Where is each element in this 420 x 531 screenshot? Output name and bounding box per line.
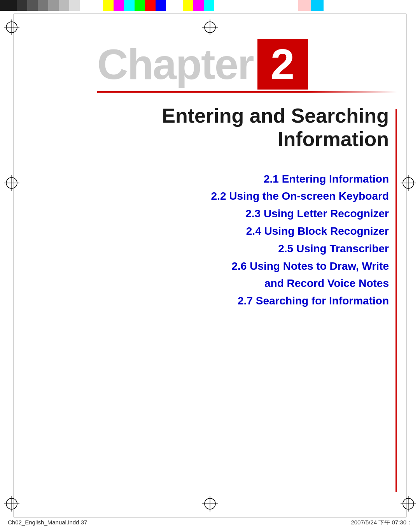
chapter-number-box: 2 [257, 39, 308, 90]
title-line1: Entering and Searching Information [97, 104, 389, 151]
reg-mark-bottom-center [202, 496, 218, 512]
footer-left: Ch02_English_Manual.indd 37 [8, 519, 87, 526]
chapter-word: Chapter [97, 43, 254, 86]
chapter-area: Chapter 2 Entering and Searching Informa… [97, 39, 397, 310]
reg-mark-bottom-left [4, 496, 19, 512]
chapter-underline [97, 91, 397, 93]
table-of-contents: 2.1 Entering Information 2.2 Using the O… [97, 171, 397, 310]
toc-item-3: 2.3 Using Letter Recognizer [97, 205, 389, 223]
reg-mark-top-left [4, 19, 19, 35]
reg-mark-mid-right [401, 175, 416, 191]
color-bar [0, 0, 420, 11]
toc-item-6: 2.6 Using Notes to Draw, Write [97, 258, 389, 275]
toc-item-1: 2.1 Entering Information [97, 171, 389, 188]
chapter-header: Chapter 2 [97, 39, 397, 90]
reg-mark-mid-left [4, 175, 19, 191]
reg-mark-bottom-right [401, 496, 416, 512]
footer-right: 2007/5/24 下午 07:30： [351, 519, 412, 526]
toc-item-4: 2.4 Using Block Recognizer [97, 223, 389, 240]
toc-item-6b: and Record Voice Notes [97, 275, 389, 292]
chapter-title: Entering and Searching Information [97, 104, 397, 151]
toc-item-7: 2.7 Searching for Information [97, 292, 389, 310]
toc-item-2: 2.2 Using the On-screen Keyboard [97, 188, 389, 205]
toc-item-5: 2.5 Using Transcriber [97, 240, 389, 258]
footer: Ch02_English_Manual.indd 37 2007/5/24 下午… [0, 519, 420, 526]
chapter-number: 2 [271, 43, 294, 86]
reg-mark-top-center [202, 19, 218, 35]
